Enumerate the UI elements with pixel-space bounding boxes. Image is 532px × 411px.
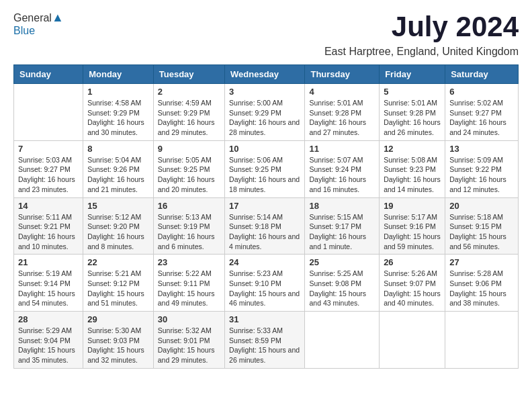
day-number: 31: [229, 314, 300, 324]
day-number: 21: [18, 257, 79, 267]
sunrise: Sunrise: 5:11 AM: [18, 213, 72, 221]
day-info: Sunrise: 5:30 AM Sunset: 9:03 PM Dayligh…: [87, 326, 149, 365]
calendar-cell: 12 Sunrise: 5:08 AM Sunset: 9:23 PM Dayl…: [380, 140, 445, 197]
calendar-cell: [445, 312, 519, 369]
logo-general: General: [13, 12, 52, 24]
day-info: Sunrise: 5:09 AM Sunset: 9:22 PM Dayligh…: [449, 155, 514, 195]
daylight: Daylight: 16 hours and 6 minutes.: [158, 232, 215, 250]
col-saturday: Saturday: [445, 65, 519, 84]
day-info: Sunrise: 5:26 AM Sunset: 9:07 PM Dayligh…: [384, 269, 441, 308]
daylight: Daylight: 16 hours and 26 minutes.: [384, 118, 441, 136]
calendar-cell: 4 Sunrise: 5:01 AM Sunset: 9:28 PM Dayli…: [305, 84, 380, 141]
col-wednesday: Wednesday: [225, 65, 305, 84]
calendar-cell: 22 Sunrise: 5:21 AM Sunset: 9:12 PM Dayl…: [83, 255, 154, 312]
month-title: July 2024: [392, 11, 519, 43]
calendar-cell: [14, 84, 83, 141]
day-info: Sunrise: 5:23 AM Sunset: 9:10 PM Dayligh…: [229, 269, 300, 308]
sunset: Sunset: 9:08 PM: [309, 279, 361, 287]
calendar-cell: 23 Sunrise: 5:22 AM Sunset: 9:11 PM Dayl…: [153, 255, 224, 312]
calendar-cell: 13 Sunrise: 5:09 AM Sunset: 9:22 PM Dayl…: [445, 140, 519, 197]
sunset: Sunset: 9:15 PM: [449, 222, 502, 230]
sunrise: Sunrise: 5:09 AM: [449, 156, 503, 164]
calendar-cell: 26 Sunrise: 5:26 AM Sunset: 9:07 PM Dayl…: [380, 255, 445, 312]
daylight: Daylight: 16 hours and 21 minutes.: [87, 175, 144, 193]
calendar-cell: 31 Sunrise: 5:33 AM Sunset: 8:59 PM Dayl…: [225, 312, 305, 369]
sunrise: Sunrise: 5:33 AM: [229, 326, 283, 334]
day-info: Sunrise: 4:58 AM Sunset: 9:29 PM Dayligh…: [87, 98, 149, 138]
daylight: Daylight: 15 hours and 35 minutes.: [18, 346, 75, 364]
day-number: 15: [87, 201, 149, 211]
sunset: Sunset: 9:20 PM: [87, 222, 140, 230]
day-number: 3: [229, 87, 300, 97]
daylight: Daylight: 16 hours and 8 minutes.: [87, 232, 144, 250]
daylight: Daylight: 15 hours and 29 minutes.: [158, 346, 215, 364]
sunset: Sunset: 9:22 PM: [449, 165, 502, 173]
day-info: Sunrise: 5:19 AM Sunset: 9:14 PM Dayligh…: [18, 269, 79, 308]
sunrise: Sunrise: 5:30 AM: [87, 326, 141, 334]
day-number: 5: [384, 87, 441, 97]
header: General▲ Blue July 2024: [13, 11, 519, 43]
sunset: Sunset: 9:16 PM: [384, 222, 436, 230]
sunset: Sunset: 9:10 PM: [229, 279, 281, 287]
day-number: 9: [158, 144, 220, 154]
daylight: Daylight: 15 hours and 26 minutes.: [229, 346, 300, 364]
sunset: Sunset: 9:19 PM: [158, 222, 210, 230]
sunrise: Sunrise: 5:13 AM: [158, 213, 212, 221]
sunrise: Sunrise: 5:22 AM: [158, 269, 212, 277]
sunset: Sunset: 9:23 PM: [384, 165, 436, 173]
sunrise: Sunrise: 5:08 AM: [384, 156, 437, 164]
calendar-week-row: 14 Sunrise: 5:11 AM Sunset: 9:21 PM Dayl…: [14, 197, 519, 255]
sunrise: Sunrise: 5:32 AM: [158, 326, 212, 334]
sunrise: Sunrise: 5:04 AM: [87, 156, 141, 164]
sunrise: Sunrise: 5:18 AM: [449, 213, 503, 221]
sunrise: Sunrise: 5:25 AM: [309, 269, 363, 277]
day-info: Sunrise: 5:03 AM Sunset: 9:27 PM Dayligh…: [18, 155, 79, 195]
day-number: 20: [449, 201, 514, 211]
day-info: Sunrise: 5:00 AM Sunset: 9:29 PM Dayligh…: [229, 98, 300, 138]
daylight: Daylight: 16 hours and 18 minutes.: [229, 175, 300, 193]
sunset: Sunset: 9:24 PM: [309, 165, 361, 173]
sunrise: Sunrise: 5:29 AM: [18, 326, 72, 334]
day-number: 29: [87, 314, 149, 324]
logo-text: General▲ Blue: [13, 11, 64, 37]
calendar-cell: 3 Sunrise: 5:00 AM Sunset: 9:29 PM Dayli…: [225, 84, 305, 141]
day-number: 14: [18, 201, 79, 211]
calendar-cell: 1 Sunrise: 4:58 AM Sunset: 9:29 PM Dayli…: [83, 84, 154, 141]
daylight: Daylight: 15 hours and 38 minutes.: [449, 289, 506, 308]
day-number: 13: [449, 144, 514, 154]
day-info: Sunrise: 5:11 AM Sunset: 9:21 PM Dayligh…: [18, 212, 79, 252]
calendar-week-row: 7 Sunrise: 5:03 AM Sunset: 9:27 PM Dayli…: [14, 140, 519, 197]
sunset: Sunset: 9:27 PM: [449, 109, 502, 117]
sunset: Sunset: 9:12 PM: [87, 279, 140, 287]
sunset: Sunset: 9:29 PM: [87, 109, 140, 117]
day-info: Sunrise: 5:33 AM Sunset: 8:59 PM Dayligh…: [229, 326, 300, 365]
day-number: 6: [449, 87, 514, 97]
calendar-cell: 7 Sunrise: 5:03 AM Sunset: 9:27 PM Dayli…: [14, 140, 83, 197]
day-number: 10: [229, 144, 300, 154]
calendar-cell: 27 Sunrise: 5:28 AM Sunset: 9:06 PM Dayl…: [445, 255, 519, 312]
calendar-cell: 29 Sunrise: 5:30 AM Sunset: 9:03 PM Dayl…: [83, 312, 154, 369]
calendar-cell: 16 Sunrise: 5:13 AM Sunset: 9:19 PM Dayl…: [153, 197, 224, 255]
day-number: 26: [384, 257, 441, 267]
sunrise: Sunrise: 4:59 AM: [158, 99, 212, 107]
calendar-cell: 28 Sunrise: 5:29 AM Sunset: 9:04 PM Dayl…: [14, 312, 83, 369]
sunrise: Sunrise: 5:05 AM: [158, 156, 212, 164]
col-sunday: Sunday: [14, 65, 83, 84]
day-info: Sunrise: 5:02 AM Sunset: 9:27 PM Dayligh…: [449, 98, 514, 138]
daylight: Daylight: 16 hours and 12 minutes.: [449, 175, 506, 193]
day-number: 22: [87, 257, 149, 267]
sunrise: Sunrise: 5:21 AM: [87, 269, 141, 277]
calendar-cell: 24 Sunrise: 5:23 AM Sunset: 9:10 PM Dayl…: [225, 255, 305, 312]
sunset: Sunset: 9:06 PM: [449, 279, 502, 287]
day-number: 16: [158, 201, 220, 211]
daylight: Daylight: 16 hours and 30 minutes.: [87, 118, 144, 136]
daylight: Daylight: 16 hours and 29 minutes.: [158, 118, 215, 136]
calendar-cell: 15 Sunrise: 5:12 AM Sunset: 9:20 PM Dayl…: [83, 197, 154, 255]
calendar-cell: 5 Sunrise: 5:01 AM Sunset: 9:28 PM Dayli…: [380, 84, 445, 141]
day-number: 30: [158, 314, 220, 324]
sunrise: Sunrise: 5:02 AM: [449, 99, 503, 107]
daylight: Daylight: 16 hours and 24 minutes.: [449, 118, 506, 136]
day-info: Sunrise: 5:21 AM Sunset: 9:12 PM Dayligh…: [87, 269, 149, 308]
sunrise: Sunrise: 5:00 AM: [229, 99, 283, 107]
daylight: Daylight: 16 hours and 16 minutes.: [309, 175, 366, 193]
